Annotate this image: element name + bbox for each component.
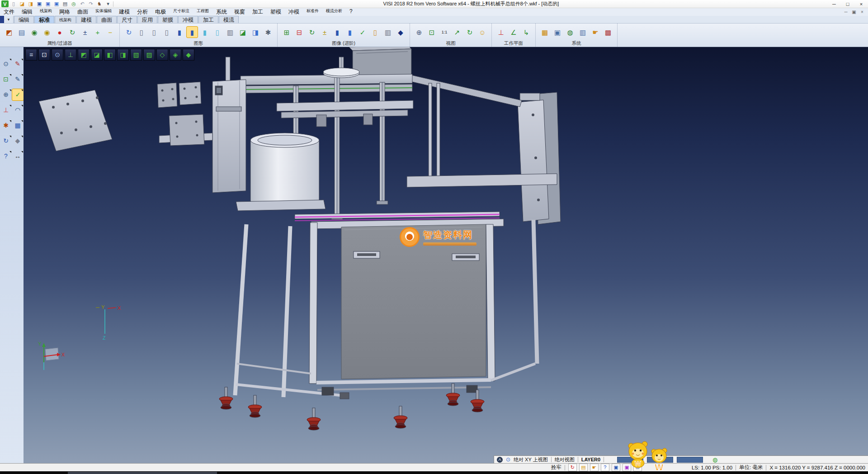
save-icon[interactable]: ▣ (36, 0, 43, 7)
shaded-edges-view-icon[interactable]: ▮ (199, 26, 211, 38)
ribbon-tab[interactable]: 塑膜 (158, 16, 178, 23)
clip-stripe-icon[interactable]: ▮ (344, 26, 356, 38)
copy-graphics-icon[interactable]: ◨ (250, 26, 261, 38)
menu-item[interactable]: 建模 (115, 8, 133, 16)
help-tip-icon[interactable]: ? (601, 464, 609, 471)
refresh-filter-icon[interactable]: ↻ (66, 26, 78, 38)
ribbon-tab[interactable]: 建模 (76, 16, 96, 23)
fit-view-icon[interactable]: ⊡ (0, 74, 12, 85)
menu-item[interactable]: 分析 (133, 8, 151, 16)
attribute-paint-icon[interactable]: ◩ (3, 26, 15, 38)
views-toggle-icon[interactable]: ± (319, 26, 330, 38)
visi-logo-icon[interactable]: V (1, 0, 9, 7)
solid-cube-icon[interactable]: ◆ (12, 135, 24, 147)
menu-item[interactable]: 网格 (56, 8, 74, 16)
snap-lock-label[interactable]: 拴牢 (551, 464, 561, 471)
selection-hand-icon[interactable]: ☛ (590, 26, 601, 38)
menu-item[interactable]: ? (346, 8, 356, 16)
windows-layout-icon[interactable]: ▦ (12, 120, 24, 131)
view-top-cube-icon[interactable]: ◩ (78, 49, 90, 61)
ribbon-tab[interactable]: 加工 (198, 16, 218, 23)
dashed-hidden-view-icon[interactable]: ▯ (161, 26, 173, 38)
export-icon[interactable]: ▣ (53, 0, 60, 7)
attribute-copy-icon[interactable]: ▤ (16, 26, 28, 38)
workplane-create-icon[interactable]: ⊥ (495, 26, 507, 38)
maximize-button[interactable]: □ (841, 1, 854, 7)
eye-smiley-icon[interactable]: ☺ (476, 26, 488, 38)
viewport-axis-icon[interactable]: ⊥ (65, 49, 76, 61)
capture-sync-icon[interactable]: ↻ (568, 464, 577, 471)
workplane-align-icon[interactable]: ∠ (508, 26, 519, 38)
menu-item[interactable]: 加工 (249, 8, 267, 16)
menu-item[interactable]: 电极 (151, 8, 170, 16)
tab-dropdown-icon[interactable]: ▼ (4, 16, 14, 23)
minimize-button[interactable]: ─ (827, 1, 841, 7)
ribbon-tab[interactable]: 编辑 (14, 16, 34, 23)
view-dimetric-cube-icon[interactable]: ◈ (170, 49, 181, 61)
zoom-dynamic-icon[interactable]: ⊕ (413, 26, 425, 38)
viewport-menu-icon[interactable]: ≡ (25, 49, 37, 61)
menu-item[interactable]: 模流分析 (322, 8, 346, 16)
view-front-cube-icon[interactable]: ▧ (130, 49, 142, 61)
world-icon[interactable]: ◍ (712, 456, 717, 463)
redraw-icon[interactable]: ↻ (123, 26, 135, 38)
refresh-icon[interactable]: ↻ (0, 135, 12, 147)
view-bottom-cube-icon[interactable]: ◪ (91, 49, 103, 61)
profile-window-icon[interactable]: ▣ (552, 26, 563, 38)
save-as-icon[interactable]: ▣ (44, 0, 52, 7)
menu-item[interactable]: 曲面 (74, 8, 92, 16)
transparent-view-icon[interactable]: ▯ (212, 26, 223, 38)
hatched-view-icon[interactable]: ▥ (224, 26, 236, 38)
layout-mini-icon[interactable]: ⊞ (633, 464, 642, 471)
menu-item[interactable]: 实体编辑 (92, 8, 115, 16)
redo-icon[interactable]: ↷ (87, 0, 94, 7)
shaded-view-icon[interactable]: ▮ (186, 26, 198, 38)
menu-item[interactable]: 工程图 (193, 8, 212, 16)
views-add-icon[interactable]: ⊞ (281, 26, 292, 38)
ribbon-tab[interactable]: 冲模 (178, 16, 198, 23)
viewport-zoom-icon[interactable]: ⊙ (52, 49, 63, 61)
show-hide-toggle-icon[interactable]: ± (79, 26, 91, 38)
workspace-icon[interactable]: ▥ (577, 26, 589, 38)
active-layer-label[interactable]: LAYER0 (581, 457, 600, 462)
menu-item[interactable]: 尺寸标注 (170, 8, 193, 16)
parts-icon[interactable]: ▣ (612, 464, 620, 471)
notes-icon[interactable]: ▤ (579, 464, 588, 471)
status-search-icon[interactable]: ⊙ (506, 456, 510, 463)
validate-icon[interactable]: ✓ (12, 89, 24, 101)
zoom-options-icon[interactable]: ⊙ (0, 58, 12, 70)
menu-item[interactable]: 编辑 (18, 8, 36, 16)
hide-entities-icon[interactable]: ◉ (41, 26, 53, 38)
viewport-fit-icon[interactable]: ⊡ (38, 49, 50, 61)
view-shaded-cube-icon[interactable]: ◆ (183, 49, 194, 61)
view-iso-cube-icon[interactable]: ◇ (156, 49, 168, 61)
help-icon[interactable]: ? (0, 151, 12, 162)
menu-item[interactable]: 冲模 (285, 8, 303, 16)
viewport-3d[interactable]: ≡⊡⊙⊥◩◪◧◨▧▨◇◈◆ (24, 47, 868, 463)
graphics-settings-icon[interactable]: ✱ (262, 26, 274, 38)
menu-item[interactable]: 标准件 (303, 8, 322, 16)
view-left-cube-icon[interactable]: ◧ (104, 49, 116, 61)
color-table-icon[interactable]: ▦ (539, 26, 551, 38)
menu-item[interactable]: 视窗 (231, 8, 249, 16)
view-back-cube-icon[interactable]: ▨ (143, 49, 155, 61)
document-window-control[interactable]: ▣ (850, 9, 858, 14)
open-file-icon[interactable]: ◪ (19, 0, 26, 7)
scale-1-1-icon[interactable]: 1:1 (439, 26, 450, 38)
ucs-axis-icon[interactable]: ⊥ (0, 104, 12, 116)
flat-shade-view-icon[interactable]: ▮ (174, 26, 185, 38)
material-box-icon[interactable]: ▣ (623, 464, 631, 471)
close-button[interactable]: × (854, 1, 868, 7)
sketch-icon[interactable]: ✎ (12, 74, 24, 85)
cubes-traffic-icon[interactable]: ⊟ (293, 26, 305, 38)
wire-solid-icon[interactable]: ▥ (382, 26, 394, 38)
menu-item[interactable]: 塑模 (267, 8, 285, 16)
new-document-icon[interactable]: ▯ (10, 0, 17, 7)
document-window-control[interactable]: ─ (842, 9, 850, 14)
grid-plane-icon[interactable]: ▩ (602, 26, 614, 38)
undo-icon[interactable]: ↶ (79, 0, 86, 7)
ribbon-tab[interactable]: 曲面 (97, 16, 117, 23)
ribbon-tab[interactable]: 尺寸 (117, 16, 137, 23)
ribbon-tab[interactable]: 线架构 (55, 16, 76, 23)
wireframe-view-icon[interactable]: ▯ (136, 26, 147, 38)
